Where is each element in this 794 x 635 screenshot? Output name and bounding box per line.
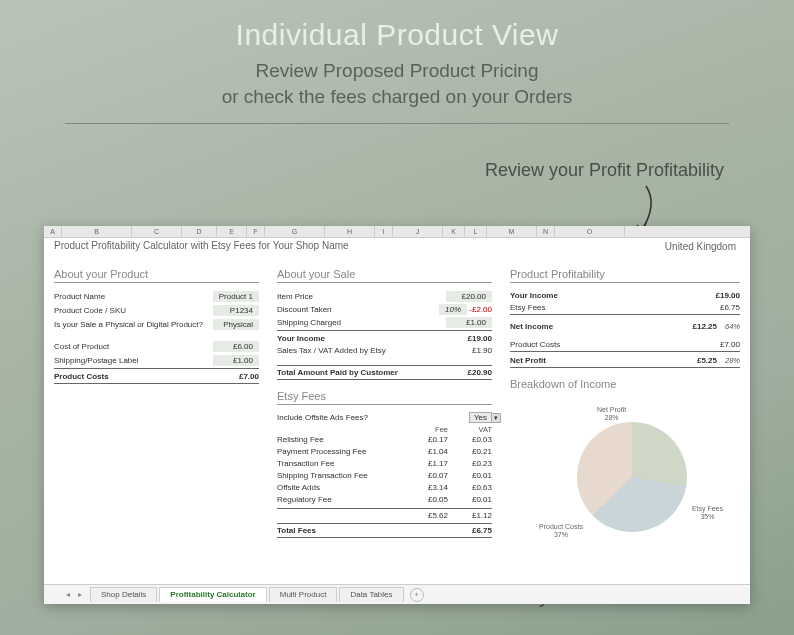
page-subtitle: Review Proposed Product Pricingor check … [0,58,794,109]
fee-row: Payment Processing Fee£1.04£0.21 [277,446,492,458]
tab-data-tables[interactable]: Data Tables [339,587,403,602]
vat-col-header: VAT [462,425,492,434]
annotation-profit: Review your Profit Profitability [485,160,724,181]
tab-nav-prev-icon[interactable]: ◂ [66,590,70,599]
type-label: Is your Sale a Physical or Digital Produ… [54,320,203,329]
col-header[interactable]: O [555,226,625,237]
pie-label-etsyfees: Etsy Fees35% [692,505,723,522]
net-income-value: £12.25 [693,322,717,331]
vat-value: £1.90 [472,346,492,355]
fee-row: Regulatory Fee£0.05£0.01 [277,494,492,506]
discount-label: Discount Taken [277,305,332,314]
tab-multi-product[interactable]: Multi Product [269,587,338,602]
your-income-value: £19.00 [468,334,492,343]
section-breakdown: Breakdown of Income [510,378,740,392]
col-header[interactable]: J [393,226,443,237]
item-price-label: Item Price [277,292,313,301]
product-name-input[interactable]: Product 1 [213,291,259,302]
sku-label: Product Code / SKU [54,306,126,315]
sheet-title: Product Profitability Calculator with Et… [54,240,349,251]
product-costs-label: Product Costs [54,372,109,381]
subtotal-fee: £5.62 [418,511,448,520]
p-income-label: Your Income [510,291,558,300]
col-header[interactable]: L [465,226,487,237]
col-header[interactable]: C [132,226,182,237]
page-title: Individual Product View [0,0,794,52]
fee-row: Transaction Fee£1.17£0.23 [277,458,492,470]
pie-label-netprofit: Net Profit28% [597,406,626,423]
col-header[interactable]: G [265,226,325,237]
discount-value: -£2.00 [469,305,492,314]
net-income-label: Net Income [510,322,553,331]
net-profit-pct: 28% [725,356,740,365]
col-header[interactable]: N [537,226,555,237]
section-etsy-fees: Etsy Fees [277,390,492,405]
subtotal-vat: £1.12 [462,511,492,520]
tab-shop-details[interactable]: Shop Details [90,587,157,602]
shipping-charged-input[interactable]: £1.00 [446,317,492,328]
item-price-input[interactable]: £20.00 [446,291,492,302]
cost-label: Cost of Product [54,342,109,351]
location-label: United Kingdom [665,241,736,252]
total-paid-value: £20.90 [468,368,492,377]
fee-row: Relisting Fee£0.17£0.03 [277,434,492,446]
tab-profitability-calculator[interactable]: Profitability Calculator [159,587,266,602]
product-costs-value: £7.00 [239,372,259,381]
pie-label-productcosts: Product Costs37% [539,523,583,540]
discount-pct-input[interactable]: 10% [439,304,467,315]
net-profit-label: Net Profit [510,356,546,365]
section-about-sale: About your Sale [277,268,492,283]
net-income-pct: 64% [725,322,740,331]
shipping-label: Shipping/Postage Label [54,356,139,365]
shipping-input[interactable]: £1.00 [213,355,259,366]
total-paid-label: Total Amount Paid by Customer [277,368,398,377]
offsite-ads-label: Include Offsite Ads Fees? [277,413,368,422]
total-fees-value: £6.75 [472,526,492,535]
col-header[interactable]: K [443,226,465,237]
p-fees-value: £6.75 [720,303,740,312]
column-headers: ABCDEFGHIJKLMNO [44,226,750,238]
col-header[interactable]: F [247,226,265,237]
col-header[interactable]: I [375,226,393,237]
col-header[interactable]: H [325,226,375,237]
col-header[interactable]: M [487,226,537,237]
pie-chart: Net Profit28% Etsy Fees35% Product Costs… [545,400,705,540]
section-about-product: About your Product [54,268,259,283]
fee-row: Offsite Adds£3.14£0.63 [277,482,492,494]
type-select[interactable]: Physical [213,319,259,330]
offsite-ads-select[interactable]: Yes [469,412,492,423]
p-cost-label: Product Costs [510,340,560,349]
p-fees-label: Etsy Fees [510,303,546,312]
sheet-tabs: ◂ ▸ Shop DetailsProfitability Calculator… [44,584,750,604]
sku-input[interactable]: P1234 [213,305,259,316]
fee-col-header: Fee [418,425,448,434]
col-header[interactable]: B [62,226,132,237]
divider [65,123,729,124]
section-profitability: Product Profitability [510,268,740,283]
spreadsheet-window: ABCDEFGHIJKLMNO Product Profitability Ca… [44,226,750,604]
total-fees-label: Total Fees [277,526,316,535]
tab-nav-next-icon[interactable]: ▸ [78,590,82,599]
p-cost-value: £7.00 [720,340,740,349]
add-tab-button[interactable]: + [410,588,424,602]
cost-input[interactable]: £6.00 [213,341,259,352]
col-header[interactable]: E [217,226,247,237]
shipping-charged-label: Shipping Charged [277,318,341,327]
product-name-label: Product Name [54,292,105,301]
your-income-label: Your Income [277,334,325,343]
vat-label: Sales Tax / VAT Added by Etsy [277,346,386,355]
p-income-value: £19.00 [716,291,740,300]
col-header[interactable]: D [182,226,217,237]
fee-row: Shipping Transaction Fee£0.07£0.01 [277,470,492,482]
net-profit-value: £5.25 [697,356,717,365]
col-header[interactable]: A [44,226,62,237]
